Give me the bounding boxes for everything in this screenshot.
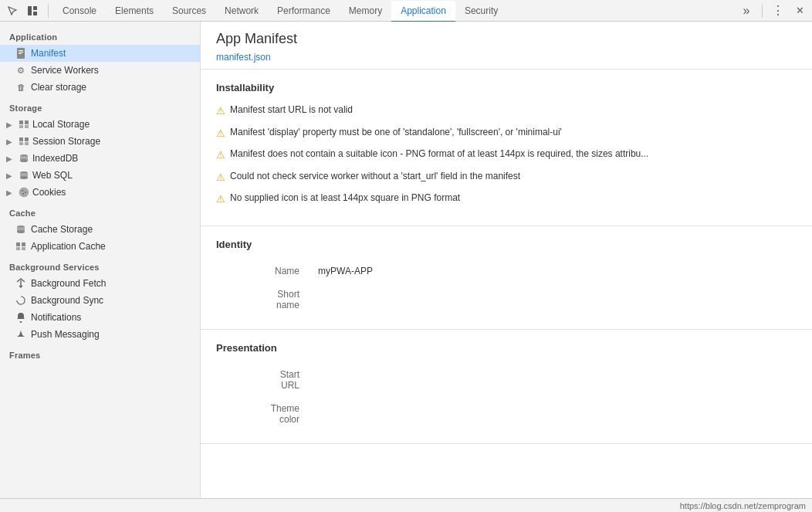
- warning-text-1: Manifest start URL is not valid: [230, 103, 353, 117]
- indexeddb-label: IndexedDB: [32, 153, 78, 164]
- background-fetch-icon: [15, 278, 26, 289]
- manifest-link[interactable]: manifest.json: [216, 52, 271, 63]
- svg-rect-31: [22, 247, 25, 250]
- sidebar-item-web-sql[interactable]: ▶ Web SQL: [0, 167, 200, 184]
- warning-icon-1: ⚠: [216, 103, 225, 119]
- sidebar-item-session-storage[interactable]: ▶ Session Storage: [0, 133, 200, 150]
- expand-icon3: ▶: [6, 154, 15, 163]
- expand-icon: ▶: [6, 120, 15, 129]
- warning-text-5: No supplied icon is at least 144px squar…: [230, 191, 460, 205]
- close-icon[interactable]: ✕: [790, 2, 809, 20]
- cookies-icon: [19, 187, 29, 198]
- sidebar-item-application-cache[interactable]: Application Cache: [0, 238, 200, 255]
- installability-section: Installability ⚠ Manifest start URL is n…: [201, 70, 812, 226]
- application-cache-icon: [15, 241, 26, 252]
- web-sql-icon: [19, 170, 29, 181]
- cache-storage-icon: [15, 224, 26, 235]
- status-url: https://blog.csdn.net/zemprogram: [680, 501, 806, 510]
- warning-row-3: ⚠ Manifest does not contain a suitable i…: [216, 147, 797, 163]
- expand-icon5: ▶: [6, 188, 15, 197]
- svg-rect-12: [25, 137, 29, 141]
- theme-color-value: [309, 397, 797, 431]
- warning-text-3: Manifest does not contain a suitable ico…: [230, 147, 648, 161]
- svg-point-21: [19, 188, 29, 197]
- push-messaging-icon: [15, 329, 26, 340]
- sidebar-item-local-storage[interactable]: ▶ Local Storage: [0, 116, 200, 133]
- tab-network[interactable]: Network: [215, 1, 268, 22]
- sidebar-item-manifest[interactable]: Manifest: [0, 45, 200, 62]
- divider2: [762, 4, 763, 18]
- status-bar: https://blog.csdn.net/zemprogram: [0, 498, 812, 512]
- warning-row-4: ⚠ Could not check service worker without…: [216, 169, 797, 185]
- warning-text-2: Manifest 'display' property must be one …: [230, 125, 562, 139]
- application-section-title: Application: [0, 25, 200, 45]
- warning-row-2: ⚠ Manifest 'display' property must be on…: [216, 125, 797, 141]
- content-title: App Manifest: [216, 31, 797, 47]
- cookies-label: Cookies: [32, 187, 66, 198]
- sidebar-item-clear-storage[interactable]: 🗑 Clear storage: [0, 79, 200, 96]
- notifications-label: Notifications: [31, 312, 81, 323]
- cache-storage-label: Cache Storage: [31, 224, 93, 235]
- svg-point-22: [22, 190, 23, 192]
- tab-elements[interactable]: Elements: [106, 1, 163, 22]
- session-storage-icon: [19, 136, 29, 147]
- frames-section-title: Frames: [0, 343, 200, 363]
- warning-icon-3: ⚠: [216, 147, 225, 163]
- expand-icon4: ▶: [6, 171, 15, 180]
- installability-title: Installability: [216, 82, 797, 93]
- warning-icon-5: ⚠: [216, 192, 225, 207]
- tab-sources[interactable]: Sources: [163, 1, 215, 22]
- svg-rect-1: [33, 6, 37, 10]
- svg-point-32: [20, 321, 22, 323]
- indexeddb-icon: [19, 153, 29, 164]
- expand-icon2: ▶: [6, 137, 15, 146]
- background-sync-label: Background Sync: [31, 295, 103, 306]
- manifest-label: Manifest: [31, 48, 66, 59]
- tab-application[interactable]: Application: [391, 1, 455, 22]
- content-pane: App Manifest manifest.json Installabilit…: [201, 22, 812, 498]
- presentation-table: Start URL Theme color: [216, 363, 797, 431]
- tab-bar-controls: [3, 2, 42, 20]
- tab-memory[interactable]: Memory: [340, 1, 391, 22]
- layout-icon[interactable]: [23, 2, 42, 20]
- sidebar-item-background-sync[interactable]: Background Sync: [0, 292, 200, 309]
- devtools-window: Console Elements Sources Network Perform…: [0, 0, 812, 512]
- svg-rect-2: [33, 12, 37, 15]
- more-tabs-icon[interactable]: »: [737, 2, 756, 20]
- more-options-icon[interactable]: ⋮: [769, 2, 787, 20]
- trash-icon: 🗑: [15, 82, 26, 93]
- svg-rect-30: [16, 247, 20, 250]
- tab-performance[interactable]: Performance: [268, 1, 340, 22]
- svg-point-23: [25, 192, 26, 193]
- sidebar-item-indexeddb[interactable]: ▶ IndexedDB: [0, 150, 200, 167]
- sidebar-item-background-fetch[interactable]: Background Fetch: [0, 275, 200, 292]
- svg-rect-0: [28, 6, 32, 15]
- content-header: App Manifest manifest.json: [201, 22, 812, 70]
- identity-title: Identity: [216, 239, 797, 250]
- tab-bar-right: » ⋮ ✕: [737, 2, 809, 20]
- sidebar-item-service-workers[interactable]: ⚙ Service Workers: [0, 62, 200, 79]
- sidebar-item-cache-storage[interactable]: Cache Storage: [0, 221, 200, 238]
- svg-rect-13: [19, 142, 23, 145]
- svg-rect-8: [25, 120, 29, 124]
- sidebar-item-push-messaging[interactable]: Push Messaging: [0, 326, 200, 343]
- tab-console[interactable]: Console: [53, 1, 106, 22]
- svg-rect-29: [22, 242, 25, 246]
- warning-text-4: Could not check service worker without a…: [230, 169, 520, 183]
- sidebar-item-cookies[interactable]: ▶ Cookies: [0, 184, 200, 201]
- web-sql-label: Web SQL: [32, 170, 73, 181]
- svg-rect-10: [25, 125, 29, 128]
- identity-table: Name myPWA-APP Short name: [216, 259, 797, 317]
- name-value: myPWA-APP: [309, 259, 797, 283]
- cursor-icon[interactable]: [3, 2, 22, 20]
- warning-row-5: ⚠ No supplied icon is at least 144px squ…: [216, 191, 797, 207]
- svg-point-24: [22, 193, 24, 195]
- sidebar: Application Manifest ⚙ Service Workers 🗑…: [0, 22, 201, 498]
- warning-row-1: ⚠ Manifest start URL is not valid: [216, 103, 797, 119]
- sidebar-item-notifications[interactable]: Notifications: [0, 309, 200, 326]
- background-services-section-title: Background Services: [0, 255, 200, 275]
- application-cache-label: Application Cache: [31, 241, 106, 252]
- storage-section-title: Storage: [0, 96, 200, 116]
- tab-security[interactable]: Security: [455, 1, 507, 22]
- clear-storage-label: Clear storage: [31, 82, 86, 93]
